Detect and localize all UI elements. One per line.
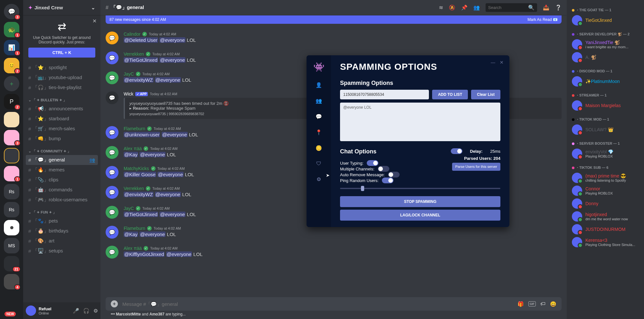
pinned-icon[interactable]: 📌 <box>461 5 468 11</box>
gift-icon[interactable]: 🎁 <box>517 301 524 307</box>
add-to-list-button[interactable]: ADD TO LIST <box>432 90 468 99</box>
message-author[interactable]: Verrekken <box>124 51 144 57</box>
attach-icon[interactable]: + <box>111 300 118 307</box>
avatar[interactable]: 💬 <box>106 91 118 104</box>
member-item[interactable]: SOLLAW? 👑 <box>569 123 641 136</box>
message-author[interactable]: Alex πää <box>124 246 142 251</box>
avatar[interactable]: 💬 <box>106 246 118 259</box>
avatar[interactable]: 💬 <box>106 206 118 219</box>
parse-users-button[interactable]: Parse Users for this server <box>452 163 500 171</box>
channel-item[interactable]: #「⭐」spotlight <box>26 63 98 73</box>
message-author[interactable]: Flameburn <box>124 226 145 231</box>
member-list[interactable]: ・THE GOAT TIE — 1TieGotJinxed・SERVER DEV… <box>567 0 644 319</box>
message-textarea[interactable] <box>340 103 500 141</box>
location-icon[interactable]: 📍 <box>316 129 322 135</box>
close-icon[interactable]: ✕ <box>92 18 97 24</box>
message-author[interactable]: Flameburn <box>124 126 145 131</box>
avatar[interactable]: 💬 <box>106 166 118 179</box>
sticker-icon[interactable]: 🏷 <box>540 301 545 307</box>
id-input[interactable] <box>340 90 429 99</box>
avatar[interactable]: 💬 <box>106 186 118 199</box>
message-author[interactable]: Alex πää <box>124 146 142 151</box>
channel-list[interactable]: #「⭐」spotlight#「📺」youtube-upload#「🎧」ties-… <box>23 63 100 302</box>
channel-item[interactable]: #「🛒」merch-sales <box>26 124 98 134</box>
server-icon[interactable]: Rs <box>4 184 19 199</box>
channel-item[interactable]: #「🖥️」setups <box>26 246 98 256</box>
new-messages-bar[interactable]: 87 new messages since 4:02 AM Mark As Re… <box>106 15 562 24</box>
member-item[interactable]: ✨PlatinumMoon <box>569 75 641 88</box>
member-item[interactable]: JUSTDOINURMOM <box>569 223 641 236</box>
channel-item[interactable]: #「🎧」ties-live-playlist <box>26 83 98 93</box>
inbox-icon[interactable]: 📥 <box>543 5 549 11</box>
chat-icon[interactable]: 💬 <box>316 114 322 120</box>
message-input[interactable] <box>122 301 513 307</box>
channel-item[interactable]: #「🎂」birthdays <box>26 226 98 236</box>
avatar[interactable] <box>26 305 36 316</box>
toggle[interactable] <box>367 160 378 166</box>
server-icon[interactable]: 4 <box>4 274 19 289</box>
member-item[interactable]: A. 🐒 <box>569 51 641 64</box>
home-icon[interactable]: 💬3 <box>4 4 19 19</box>
toggle[interactable] <box>388 172 400 178</box>
channel-item[interactable]: #「💬」general👥 <box>26 155 98 165</box>
emoji-icon[interactable]: 😀 <box>550 301 556 307</box>
member-item[interactable]: higotjinxeddm me the word water now <box>569 210 641 223</box>
server-icon[interactable]: P2 <box>4 94 19 109</box>
avatar[interactable]: 💬 <box>106 126 118 139</box>
message-author[interactable]: MatchyKicks <box>124 166 149 171</box>
avatar[interactable]: 💬 <box>106 146 118 159</box>
category-header[interactable]: ⌄ 「 ✦ BULLETIN ✦ 」 <box>26 93 98 104</box>
search-input[interactable] <box>488 5 528 10</box>
server-icon[interactable]: ⚫ <box>4 220 19 235</box>
server-icon[interactable]: 3 <box>4 130 19 145</box>
channel-item[interactable]: #「📢」announcements <box>26 104 98 114</box>
message-author[interactable]: JayC <box>124 206 134 211</box>
user-icon[interactable]: 👤 <box>316 82 322 88</box>
close-icon[interactable]: ✕ <box>500 60 504 65</box>
avatar[interactable]: 💬 <box>106 51 118 64</box>
server-icon[interactable]: 🐢1 <box>4 22 19 37</box>
server-icon[interactable]: 1 <box>4 166 19 181</box>
add-server-icon[interactable]: ＋ <box>4 76 19 91</box>
message-author[interactable]: Verrekken <box>124 186 144 191</box>
lag-lock-button[interactable]: LAG/LOCK CHANNEL <box>340 210 500 221</box>
server-header[interactable]: ✦Jinxed Crew ⌄ <box>23 0 100 15</box>
message-author[interactable]: JayC <box>124 71 134 77</box>
avatar[interactable]: 💬 <box>106 71 118 84</box>
threads-icon[interactable]: ≋ <box>439 5 443 11</box>
member-item[interactable]: Donny <box>569 197 641 210</box>
channel-item[interactable]: #「🔥」memes <box>26 165 98 175</box>
toggle[interactable] <box>382 178 393 183</box>
message-author[interactable]: Calindor <box>124 32 140 37</box>
channel-item[interactable]: #「📎」clips <box>26 175 98 185</box>
users-icon[interactable]: 👥 <box>316 98 322 104</box>
members-icon[interactable]: 👥 <box>473 5 480 11</box>
help-icon[interactable]: ❔ <box>555 5 562 11</box>
server-icon[interactable] <box>4 112 19 127</box>
member-item[interactable]: (max) prime time 😎chilling listening to … <box>569 171 641 184</box>
mute-icon[interactable]: 🎤 <box>73 308 79 314</box>
avatar[interactable]: 💬 <box>106 226 118 239</box>
message-list[interactable]: — ✕ 👾 👤 👥 💬 📍 🪙 🛡 ⚙ SPAMMING OPTIONS Spa… <box>100 24 567 297</box>
avatar[interactable]: 💬 <box>106 32 118 44</box>
minimize-icon[interactable]: — <box>491 60 495 65</box>
server-icon[interactable]: MS <box>4 238 19 253</box>
message-author[interactable]: Wick <box>124 91 133 96</box>
server-icon[interactable]: 21 <box>4 256 19 271</box>
member-item[interactable]: Maison Margielas <box>569 99 641 112</box>
member-item[interactable]: YaniJinxedTie 🐒i want brigitte as my mom… <box>569 38 641 51</box>
member-item[interactable]: envixityVol 💎Playing ROBLOX <box>569 147 641 160</box>
channel-item[interactable]: #「🐾」pets <box>26 216 98 226</box>
slider[interactable] <box>340 188 500 189</box>
channel-item[interactable]: #「⭐」starboard <box>26 114 98 124</box>
shield-icon[interactable]: 🛡 <box>316 161 321 167</box>
channel-item[interactable]: #「🤖」commands <box>26 185 98 195</box>
delay-toggle[interactable] <box>451 148 462 154</box>
channel-item[interactable]: #「🎨」art <box>26 236 98 246</box>
settings-icon[interactable]: ⚙ <box>93 308 98 314</box>
deafen-icon[interactable]: 🎧 <box>83 308 90 314</box>
clear-list-button[interactable]: Clear List <box>471 90 500 99</box>
channel-item[interactable]: #「👊」bump <box>26 134 98 144</box>
server-icon[interactable]: 📊1 <box>4 40 19 55</box>
toggle[interactable] <box>378 166 389 172</box>
